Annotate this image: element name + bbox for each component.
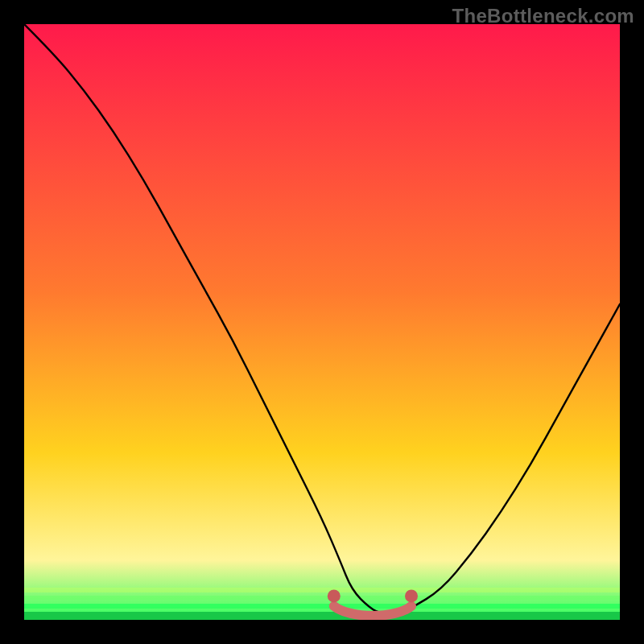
- gradient-background: [24, 24, 620, 620]
- chart-frame: TheBottleneck.com: [0, 0, 644, 644]
- highlight-dot-right: [405, 589, 418, 602]
- highlight-dot-left: [328, 589, 341, 602]
- band-line-1: [24, 588, 620, 592]
- band-line-2: [24, 596, 620, 600]
- watermark-text: TheBottleneck.com: [452, 5, 634, 27]
- band-line-3: [24, 604, 620, 609]
- bottleneck-plot: [24, 24, 620, 620]
- bottleneck-svg: [24, 24, 620, 620]
- band-line-4: [24, 612, 620, 620]
